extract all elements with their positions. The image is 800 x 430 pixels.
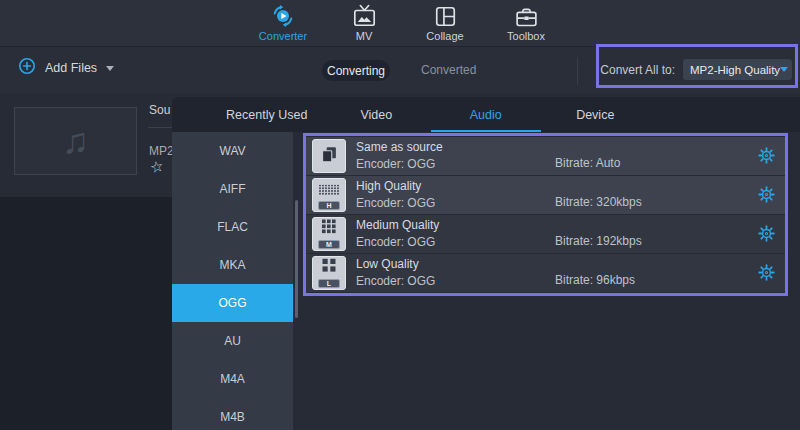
format-label: OGG — [218, 296, 246, 310]
tab-converting[interactable]: Converting — [322, 60, 390, 81]
format-flac[interactable]: FLAC — [172, 208, 293, 246]
preset-texts: Medium QualityEncoder: OGG — [356, 218, 439, 249]
file-thumbnail[interactable]: ♫ — [14, 107, 137, 175]
quality-badge: H — [318, 201, 340, 210]
preset-list: Same as sourceEncoder: OGGBitrate: AutoH… — [303, 133, 788, 296]
preset-name: Medium Quality — [356, 218, 439, 232]
settings-gear-icon[interactable] — [758, 264, 775, 281]
converter-icon — [270, 3, 296, 29]
preset-row-low-quality[interactable]: LLow QualityEncoder: OGGBitrate: 96kbps — [306, 254, 785, 292]
preset-encoder: Encoder: OGG — [356, 235, 439, 249]
convert-all-group: Convert All to: MP2-High Quality — [600, 59, 792, 80]
format-label: M4A — [220, 372, 245, 386]
nav-tab-collage[interactable]: Collage — [418, 3, 472, 42]
tile-glyph — [318, 143, 340, 169]
add-files-label: Add Files — [45, 61, 97, 75]
nav-tab-label: MV — [356, 30, 373, 42]
mv-icon — [351, 3, 377, 29]
preset-row-same-as-source[interactable]: Same as sourceEncoder: OGGBitrate: Auto — [306, 137, 785, 175]
format-wav[interactable]: WAV — [172, 132, 293, 170]
quality-badge: M — [318, 240, 340, 249]
tab-recently-used[interactable]: Recently Used — [212, 97, 322, 132]
nav-tab-label: Toolbox — [507, 30, 545, 42]
file-title: Sou — [149, 103, 170, 117]
collage-icon — [432, 3, 458, 29]
tab-converted[interactable]: Converted — [421, 63, 476, 77]
format-label: MKA — [219, 258, 245, 272]
nav-tab-label: Collage — [426, 30, 463, 42]
format-panel-tabs: Recently UsedVideoAudioDevice — [212, 97, 650, 132]
convert-all-dropdown[interactable]: MP2-High Quality — [683, 59, 792, 80]
format-ogg[interactable]: OGG — [172, 284, 293, 322]
format-au[interactable]: AU — [172, 322, 293, 360]
panel-tab-label: Device — [576, 108, 614, 122]
nav-tab-converter[interactable]: Converter — [256, 3, 310, 42]
panel-tab-label: Recently Used — [226, 108, 307, 122]
nav-tab-mv[interactable]: MV — [337, 3, 391, 42]
format-label: AU — [224, 334, 241, 348]
top-nav: ConverterMVCollageToolbox — [0, 0, 800, 47]
preset-texts: Same as sourceEncoder: OGG — [356, 140, 443, 171]
preset-bitrate: Bitrate: 320kbps — [555, 195, 642, 209]
toolbox-icon — [513, 3, 539, 29]
preset-name: High Quality — [356, 179, 435, 193]
format-sidebar: WAVAIFFFLACMKAOGGAUM4AM4B — [172, 132, 293, 430]
app-window: ConverterMVCollageToolbox Add Files Conv… — [0, 0, 800, 430]
tile-glyph — [321, 258, 337, 277]
panel-tab-label: Audio — [470, 108, 502, 122]
format-label: WAV — [220, 144, 246, 158]
grid-medium-icon: M — [312, 217, 346, 251]
nav-tab-toolbox[interactable]: Toolbox — [499, 3, 553, 42]
grid-low-icon: L — [312, 256, 346, 290]
panel-tab-label: Video — [360, 108, 392, 122]
preset-texts: High QualityEncoder: OGG — [356, 179, 435, 210]
format-label: AIFF — [220, 182, 246, 196]
preset-bitrate: Bitrate: 192kbps — [555, 234, 642, 248]
add-files-button[interactable]: Add Files — [18, 57, 114, 79]
format-m4b[interactable]: M4B — [172, 398, 293, 430]
convert-all-value: MP2-High Quality — [690, 64, 780, 76]
converting-label: Converting — [327, 64, 385, 78]
tab-audio[interactable]: Audio — [431, 97, 541, 132]
preset-name: Same as source — [356, 140, 443, 154]
tile-glyph — [318, 181, 340, 199]
preset-texts: Low QualityEncoder: OGG — [356, 257, 435, 288]
convert-all-label: Convert All to: — [600, 63, 675, 77]
preset-row-high-quality[interactable]: HHigh QualityEncoder: OGGBitrate: 320kbp… — [306, 176, 785, 214]
format-m4a[interactable]: M4A — [172, 360, 293, 398]
chevron-down-icon — [106, 66, 114, 71]
pages-icon — [312, 139, 346, 173]
grid-dense-icon: H — [312, 178, 346, 212]
sidebar-scrollbar[interactable] — [295, 200, 298, 318]
preset-name: Low Quality — [356, 257, 435, 271]
format-mka[interactable]: MKA — [172, 246, 293, 284]
settings-gear-icon[interactable] — [758, 225, 775, 242]
format-label: FLAC — [217, 220, 248, 234]
settings-gear-icon[interactable] — [758, 186, 775, 203]
nav-tab-label: Converter — [259, 30, 307, 42]
preset-bitrate: Bitrate: 96kbps — [555, 273, 635, 287]
tab-device[interactable]: Device — [541, 97, 651, 132]
tab-video[interactable]: Video — [322, 97, 432, 132]
preset-bitrate: Bitrate: Auto — [555, 156, 620, 170]
toolbar: Add Files Converting Converted Convert A… — [0, 47, 800, 93]
add-plus-icon — [18, 57, 36, 79]
tile-glyph — [321, 219, 337, 238]
settings-gear-icon[interactable] — [758, 147, 775, 164]
top-nav-tabs: ConverterMVCollageToolbox — [256, 3, 553, 42]
quality-badge: L — [318, 279, 340, 288]
preset-encoder: Encoder: OGG — [356, 157, 443, 171]
format-label: M4B — [220, 410, 245, 424]
preset-encoder: Encoder: OGG — [356, 274, 435, 288]
preset-row-medium-quality[interactable]: MMedium QualityEncoder: OGGBitrate: 192k… — [306, 215, 785, 253]
music-note-icon: ♫ — [62, 123, 89, 159]
toolbar-divider — [577, 57, 578, 85]
format-panel-header: Recently UsedVideoAudioDevice — [172, 97, 800, 132]
preset-encoder: Encoder: OGG — [356, 196, 435, 210]
chevron-down-icon — [780, 67, 788, 72]
format-aiff[interactable]: AIFF — [172, 170, 293, 208]
